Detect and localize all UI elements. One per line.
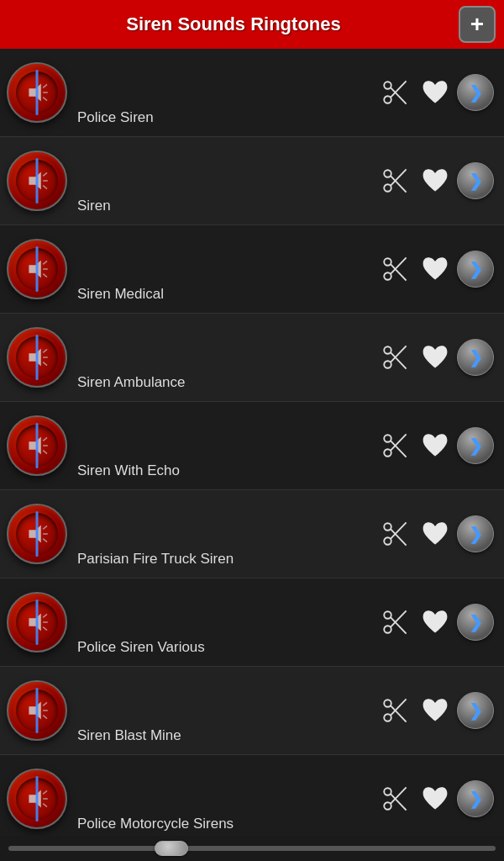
song-name-area: Siren xyxy=(67,137,376,224)
svg-line-1 xyxy=(43,84,47,87)
heart-button[interactable] xyxy=(417,780,454,817)
svg-line-17 xyxy=(43,261,47,264)
chevron-right-icon: ❯ xyxy=(469,82,483,103)
scissors-button[interactable] xyxy=(376,515,413,552)
song-name: Siren Blast Mine xyxy=(77,727,376,744)
chevron-right-icon: ❯ xyxy=(469,612,483,632)
list-item: Siren Ambulance ❯ xyxy=(0,314,504,402)
speaker-button[interactable] xyxy=(7,769,67,829)
chevron-right-icon: ❯ xyxy=(469,436,483,456)
chevron-button[interactable]: ❯ xyxy=(457,251,494,288)
song-name: Parisian Fire Truck Siren xyxy=(77,551,376,568)
scissors-button[interactable] xyxy=(376,339,413,376)
svg-line-19 xyxy=(43,274,47,277)
svg-line-33 xyxy=(43,437,47,441)
list-item: Police Siren Various ❯ xyxy=(0,578,504,667)
scissors-button[interactable] xyxy=(376,74,413,111)
chevron-button[interactable]: ❯ xyxy=(457,427,494,464)
list-item: Police Siren ❯ xyxy=(0,49,504,137)
scrollbar-container xyxy=(0,836,504,861)
song-name: Siren Ambulance xyxy=(77,374,376,391)
svg-line-67 xyxy=(43,804,47,807)
chevron-right-icon: ❯ xyxy=(469,259,483,279)
scissors-button[interactable] xyxy=(376,604,413,641)
heart-button[interactable] xyxy=(417,427,454,464)
action-buttons: ❯ xyxy=(376,692,494,729)
heart-button[interactable] xyxy=(417,339,454,376)
list-item: Police Motorcycle Sirens ❯ xyxy=(0,755,504,843)
list-item: Siren Blast Mine ❯ xyxy=(0,667,504,755)
action-buttons: ❯ xyxy=(376,515,494,552)
chevron-button[interactable]: ❯ xyxy=(457,604,494,641)
speaker-button[interactable] xyxy=(7,504,67,564)
svg-line-9 xyxy=(43,172,47,176)
song-name-area: Parisian Fire Truck Siren xyxy=(67,490,376,578)
heart-button[interactable] xyxy=(417,162,454,199)
speaker-button[interactable] xyxy=(7,327,67,388)
speaker-button[interactable] xyxy=(7,239,67,299)
action-buttons: ❯ xyxy=(376,251,494,288)
scrollbar-track[interactable] xyxy=(8,846,496,851)
header: Siren Sounds Ringtones + xyxy=(0,0,504,49)
chevron-right-icon: ❯ xyxy=(469,789,483,809)
song-name-area: Police Siren xyxy=(67,49,376,136)
list-item: Parisian Fire Truck Siren ❯ xyxy=(0,490,504,578)
speaker-button[interactable] xyxy=(7,680,67,741)
svg-line-57 xyxy=(43,702,47,705)
svg-line-11 xyxy=(43,186,47,189)
chevron-right-icon: ❯ xyxy=(469,347,483,367)
heart-button[interactable] xyxy=(417,74,454,111)
scissors-button[interactable] xyxy=(376,162,413,199)
scissors-button[interactable] xyxy=(376,780,413,817)
song-name: Siren xyxy=(77,198,376,214)
song-name-area: Police Siren Various xyxy=(67,578,376,666)
action-buttons: ❯ xyxy=(376,74,494,111)
heart-button[interactable] xyxy=(417,251,454,288)
song-name-area: Siren Medical xyxy=(67,225,376,313)
action-buttons: ❯ xyxy=(376,604,494,641)
heart-button[interactable] xyxy=(417,515,454,552)
svg-line-65 xyxy=(43,790,47,794)
svg-line-51 xyxy=(43,627,47,631)
action-buttons: ❯ xyxy=(376,427,494,464)
scissors-button[interactable] xyxy=(376,251,413,288)
action-buttons: ❯ xyxy=(376,339,494,376)
add-button[interactable]: + xyxy=(459,6,496,43)
speaker-button[interactable] xyxy=(7,415,67,476)
chevron-right-icon: ❯ xyxy=(469,524,483,544)
chevron-button[interactable]: ❯ xyxy=(457,692,494,729)
svg-line-59 xyxy=(43,716,47,719)
speaker-button[interactable] xyxy=(7,592,67,652)
action-buttons: ❯ xyxy=(376,162,494,199)
chevron-right-icon: ❯ xyxy=(469,700,483,721)
svg-line-49 xyxy=(43,614,47,617)
heart-button[interactable] xyxy=(417,604,454,641)
scissors-button[interactable] xyxy=(376,427,413,464)
scrollbar-thumb[interactable] xyxy=(155,841,188,856)
list-item: Siren Medical ❯ xyxy=(0,225,504,314)
list-item: Siren With Echo ❯ xyxy=(0,402,504,490)
svg-line-25 xyxy=(43,349,47,352)
song-name-area: Siren Ambulance xyxy=(67,314,376,401)
chevron-button[interactable]: ❯ xyxy=(457,780,494,817)
song-name-area: Police Motorcycle Sirens xyxy=(67,755,376,843)
svg-line-35 xyxy=(43,451,47,454)
speaker-button[interactable] xyxy=(7,151,67,211)
heart-button[interactable] xyxy=(417,692,454,729)
song-name: Police Siren Various xyxy=(77,639,376,656)
song-name-area: Siren With Echo xyxy=(67,402,376,489)
song-name-area: Siren Blast Mine xyxy=(67,667,376,754)
chevron-button[interactable]: ❯ xyxy=(457,162,494,199)
scissors-button[interactable] xyxy=(376,692,413,729)
action-buttons: ❯ xyxy=(376,780,494,817)
song-name: Police Siren xyxy=(77,109,376,126)
chevron-button[interactable]: ❯ xyxy=(457,74,494,111)
song-name: Police Motorcycle Sirens xyxy=(77,816,376,832)
speaker-button[interactable] xyxy=(7,62,67,123)
chevron-right-icon: ❯ xyxy=(469,171,483,191)
song-name: Siren Medical xyxy=(77,286,376,303)
chevron-button[interactable]: ❯ xyxy=(457,339,494,376)
svg-line-41 xyxy=(43,526,47,529)
svg-line-3 xyxy=(43,98,47,101)
chevron-button[interactable]: ❯ xyxy=(457,515,494,552)
